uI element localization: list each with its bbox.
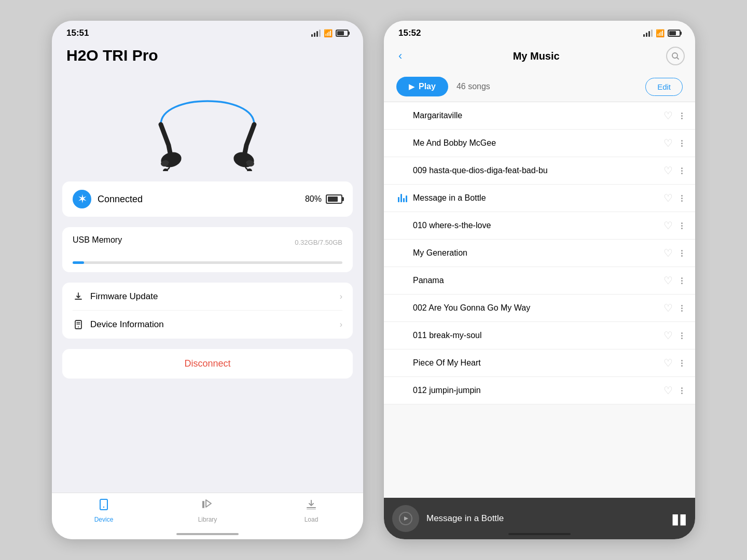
device-info-label: Device Information (90, 319, 340, 330)
song-item[interactable]: Margaritaville♡ (384, 102, 695, 130)
tab-load-label: Load (305, 516, 319, 523)
menu-card: Firmware Update › Device Information › (62, 283, 353, 339)
load-tab-icon (305, 498, 317, 514)
left-panel: 15:51 📶 H2O TRI Pro (52, 21, 363, 539)
song-item[interactable]: My Generation♡ (384, 240, 695, 267)
svg-point-11 (103, 507, 104, 508)
heart-icon[interactable]: ♡ (663, 274, 673, 287)
more-icon[interactable] (681, 222, 683, 229)
song-title: Me And Bobby McGee (413, 138, 663, 148)
song-title: 011 break-my-soul (413, 331, 663, 340)
heart-icon[interactable]: ♡ (663, 384, 673, 397)
battery-large-icon (326, 194, 342, 204)
song-item[interactable]: Message in a Bottle♡ (384, 185, 695, 212)
search-button[interactable] (666, 47, 685, 65)
usb-progress-fill (73, 261, 84, 264)
song-list: Margaritaville♡Me And Bobby McGee♡009 ha… (384, 102, 695, 498)
heart-icon[interactable]: ♡ (663, 357, 673, 369)
song-item[interactable]: Me And Bobby McGee♡ (384, 130, 695, 157)
song-actions: ♡ (663, 164, 683, 177)
battery-right: 80% (305, 194, 342, 204)
heart-icon[interactable]: ♡ (663, 302, 673, 314)
heart-icon[interactable]: ♡ (663, 192, 673, 204)
pause-button[interactable]: ▮▮ (671, 510, 687, 527)
song-actions: ♡ (663, 302, 683, 314)
connected-left: ✶ Connected (73, 190, 143, 208)
tab-load[interactable]: Load (259, 498, 363, 523)
bottom-tab-bar: Device Library Load (52, 493, 363, 539)
disconnect-button[interactable]: Disconnect (184, 358, 230, 369)
more-icon[interactable] (681, 140, 683, 147)
heart-icon[interactable]: ♡ (663, 164, 673, 177)
more-icon[interactable] (681, 113, 683, 119)
svg-point-7 (78, 327, 79, 328)
device-image-container (52, 73, 363, 176)
device-info-item[interactable]: Device Information › (62, 311, 353, 339)
song-item[interactable]: Piece Of My Heart♡ (384, 349, 695, 377)
more-icon[interactable] (681, 360, 683, 367)
songs-count: 46 songs (448, 82, 645, 91)
nav-bar: ‹ My Music (384, 43, 695, 72)
more-icon[interactable] (681, 167, 683, 174)
tab-library-label: Library (198, 516, 217, 523)
song-item[interactable]: 009 hasta-que-dios-diga-feat-bad-bu♡ (384, 157, 695, 185)
play-icon: ▶ (409, 82, 414, 91)
song-item[interactable]: 002 Are You Gonna Go My Way♡ (384, 295, 695, 322)
play-label: Play (419, 82, 436, 91)
song-item[interactable]: 010 where-s-the-love♡ (384, 212, 695, 240)
song-actions: ♡ (663, 192, 683, 204)
svg-rect-6 (75, 320, 81, 329)
heart-icon[interactable]: ♡ (663, 219, 673, 232)
more-icon[interactable] (681, 250, 683, 257)
svg-line-13 (677, 58, 679, 59)
song-title: Piece Of My Heart (413, 358, 663, 368)
more-icon[interactable] (681, 332, 683, 339)
heart-icon[interactable]: ♡ (663, 109, 673, 122)
heart-icon[interactable]: ♡ (663, 137, 673, 149)
song-title: Message in a Bottle (413, 193, 663, 203)
play-button[interactable]: ▶ Play (396, 77, 448, 96)
usb-label: USB Memory (73, 235, 122, 245)
signal-icon-right (643, 30, 653, 37)
more-icon[interactable] (681, 277, 683, 284)
song-actions: ♡ (663, 329, 683, 342)
battery-icon (336, 30, 349, 37)
tab-library[interactable]: Library (156, 498, 259, 523)
now-playing-title: Message in a Bottle (426, 513, 664, 524)
song-item[interactable]: 011 break-my-soul♡ (384, 322, 695, 349)
wifi-icon-right: 📶 (656, 29, 665, 37)
back-button[interactable]: ‹ (394, 47, 406, 65)
firmware-chevron-icon: › (340, 292, 342, 301)
song-actions: ♡ (663, 384, 683, 397)
svg-point-2 (232, 150, 256, 169)
tab-device-label: Device (94, 516, 114, 523)
usb-progress-bar (73, 261, 342, 264)
more-icon[interactable] (681, 305, 683, 312)
disconnect-card[interactable]: Disconnect (62, 349, 353, 379)
song-item[interactable]: Panama♡ (384, 267, 695, 295)
svg-point-0 (159, 150, 183, 169)
more-icon[interactable] (681, 387, 683, 394)
firmware-update-item[interactable]: Firmware Update › (62, 283, 353, 311)
heart-icon[interactable]: ♡ (663, 247, 673, 259)
status-bar-left: 15:51 📶 (52, 21, 363, 43)
time-left: 15:51 (66, 28, 89, 38)
song-title: My Generation (413, 248, 663, 258)
wifi-icon: 📶 (324, 29, 333, 37)
song-item[interactable]: 012 jumpin-jumpin♡ (384, 377, 695, 404)
bluetooth-icon: ✶ (73, 190, 91, 208)
status-bar-right: 15:52 📶 (384, 21, 695, 43)
more-icon[interactable] (681, 195, 683, 202)
status-icons-left: 📶 (311, 29, 349, 37)
right-panel: 15:52 📶 ‹ My Music ▶ Play 46 songs Ed (384, 21, 695, 539)
song-title: Panama (413, 276, 663, 285)
tab-device[interactable]: Device (52, 498, 156, 523)
song-actions: ♡ (663, 219, 683, 232)
heart-icon[interactable]: ♡ (663, 329, 673, 342)
song-actions: ♡ (663, 109, 683, 122)
edit-button[interactable]: Edit (645, 78, 683, 96)
battery-icon-right (668, 30, 681, 37)
connected-card: ✶ Connected 80% (62, 181, 353, 217)
now-playing-art (392, 505, 419, 532)
download-icon (73, 291, 84, 302)
